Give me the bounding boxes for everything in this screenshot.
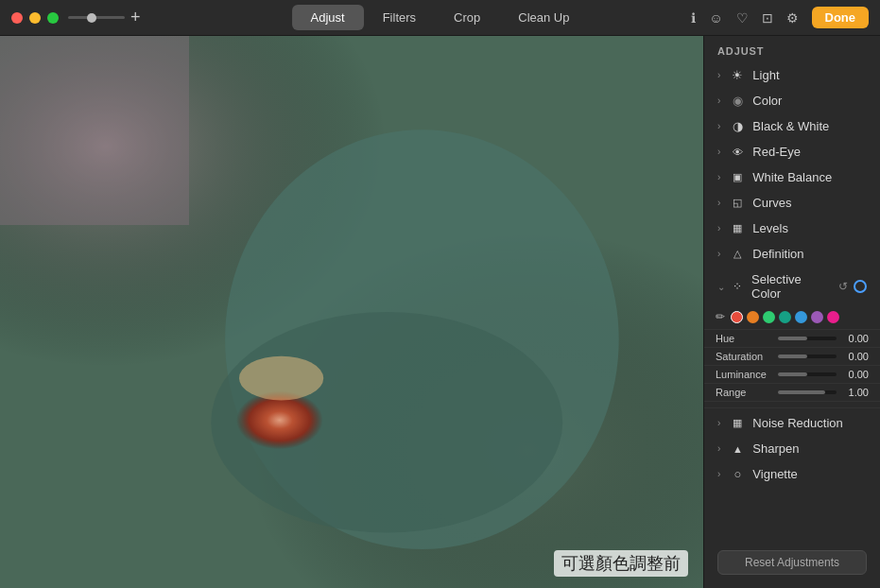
chevron-icon: ›	[717, 198, 720, 208]
selective-color-section: ⌄ ⁘ Selective Color ↺ ✏	[704, 267, 880, 406]
saturation-slider[interactable]	[778, 351, 837, 362]
item-label-curves: Curves	[752, 196, 867, 210]
adjust-item-vignette[interactable]: › ○ Vignette	[704, 461, 880, 487]
color-dot-pink[interactable]	[827, 311, 839, 323]
sc-toggle[interactable]	[854, 280, 867, 293]
sharpen-icon: ▲	[730, 443, 745, 455]
chevron-icon: ›	[717, 223, 720, 233]
selective-color-header[interactable]: ⌄ ⁘ Selective Color ↺	[704, 267, 880, 306]
main-area: 可選顏色調整前 ADJUST › ☀ Light › ◉ Color › ◑ B…	[0, 36, 880, 588]
close-button[interactable]	[11, 12, 23, 24]
color-dot-green[interactable]	[763, 311, 775, 323]
done-button[interactable]: Done	[812, 7, 870, 28]
saturation-value: 0.00	[840, 351, 869, 362]
share-icon[interactable]: ⊡	[762, 10, 773, 26]
adjust-item-wb[interactable]: › ▣ White Balance	[704, 164, 880, 190]
color-icon: ◉	[730, 94, 745, 108]
curves-icon: ◱	[730, 197, 745, 209]
right-panel: ADJUST › ☀ Light › ◉ Color › ◑ Black & W…	[703, 36, 880, 588]
chevron-icon: ›	[717, 147, 720, 157]
adjust-item-definition[interactable]: › △ Definition	[704, 241, 880, 267]
svg-rect-1	[0, 36, 703, 588]
sc-controls: ↺	[838, 280, 867, 293]
item-label-bw: Black & White	[752, 119, 867, 133]
adjust-item-color[interactable]: › ◉ Color	[704, 88, 880, 113]
svg-rect-3	[0, 36, 189, 225]
emoji-icon[interactable]: ☺	[709, 10, 722, 26]
color-dot-teal[interactable]	[779, 311, 791, 323]
photo-image	[0, 36, 703, 588]
selective-color-label: Selective Color	[751, 272, 831, 301]
luminance-fill	[778, 372, 807, 376]
wb-icon: ▣	[730, 171, 745, 183]
chevron-icon: ›	[717, 418, 720, 428]
sc-icon: ⁘	[733, 280, 742, 293]
adjust-item-sharpen[interactable]: › ▲ Sharpen	[704, 436, 880, 461]
vignette-icon: ○	[730, 467, 745, 481]
adjust-item-bw[interactable]: › ◑ Black & White	[704, 113, 880, 139]
bottom-label: 可選顏色調整前	[554, 550, 688, 577]
item-label-redeye: Red-Eye	[752, 145, 867, 159]
heart-icon[interactable]: ♡	[736, 10, 749, 26]
nav-tabs: Adjust Filters Crop Clean Up	[292, 5, 589, 30]
color-dot-blue[interactable]	[795, 311, 807, 323]
color-dot-red[interactable]	[731, 311, 743, 323]
titlebar: + Adjust Filters Crop Clean Up ℹ ☺ ♡ ⊡ ⚙…	[0, 0, 880, 36]
svg-rect-2	[0, 36, 703, 588]
item-label-levels: Levels	[752, 221, 867, 235]
tab-crop[interactable]: Crop	[435, 5, 499, 30]
sc-reset-icon[interactable]: ↺	[838, 280, 848, 293]
light-icon: ☀	[730, 68, 745, 82]
color-dots-row: ✏	[704, 306, 880, 329]
svg-point-5	[211, 312, 562, 533]
svg-rect-0	[0, 36, 703, 588]
tab-adjust[interactable]: Adjust	[292, 5, 364, 30]
item-label-color: Color	[752, 94, 867, 108]
zoom-track[interactable]	[68, 16, 125, 19]
adjust-item-curves[interactable]: › ◱ Curves	[704, 190, 880, 216]
adjust-item-redeye[interactable]: › 👁 Red-Eye	[704, 139, 880, 164]
tab-cleanup[interactable]: Clean Up	[499, 5, 588, 30]
hue-track	[778, 337, 837, 340]
svg-point-4	[225, 130, 619, 549]
minimize-button[interactable]	[29, 12, 41, 24]
saturation-slider-row[interactable]: Saturation 0.00	[704, 348, 880, 366]
gear-icon[interactable]: ⚙	[786, 10, 799, 26]
hue-label: Hue	[716, 333, 774, 344]
item-label-sharpen: Sharpen	[752, 441, 867, 456]
reset-button[interactable]: Reset Adjustments	[717, 550, 867, 575]
hue-value: 0.00	[840, 333, 869, 344]
zoom-thumb[interactable]	[87, 13, 96, 23]
chevron-icon: ›	[717, 443, 720, 454]
adjust-item-noise[interactable]: › ▦ Noise Reduction	[704, 410, 880, 436]
range-slider[interactable]	[778, 387, 837, 398]
add-button[interactable]: +	[130, 8, 141, 27]
info-icon[interactable]: ℹ	[691, 10, 696, 26]
luminance-slider[interactable]	[778, 369, 837, 380]
chevron-icon: ›	[717, 70, 720, 80]
chevron-down-icon: ⌄	[717, 282, 725, 292]
item-label-vignette: Vignette	[752, 467, 867, 481]
luminance-slider-row[interactable]: Luminance 0.00	[704, 366, 880, 384]
chevron-icon: ›	[717, 469, 720, 479]
sc-sliders: Hue 0.00 Saturation	[704, 329, 880, 406]
divider	[704, 407, 880, 408]
color-dot-purple[interactable]	[811, 311, 823, 323]
luminance-label: Luminance	[716, 369, 774, 380]
tab-filters[interactable]: Filters	[364, 5, 435, 30]
saturation-track	[778, 355, 837, 358]
chevron-icon: ›	[717, 172, 720, 182]
zoom-slider-area[interactable]	[68, 16, 125, 19]
range-slider-row[interactable]: Range 1.00	[704, 384, 880, 402]
saturation-label: Saturation	[716, 351, 774, 362]
hue-slider[interactable]	[778, 333, 837, 344]
color-dot-orange[interactable]	[747, 311, 759, 323]
item-label-wb: White Balance	[752, 170, 867, 184]
chevron-icon: ›	[717, 249, 720, 259]
adjust-item-levels[interactable]: › ▦ Levels	[704, 216, 880, 241]
hue-slider-row[interactable]: Hue 0.00	[704, 329, 880, 348]
adjust-item-light[interactable]: › ☀ Light	[704, 62, 880, 88]
range-label: Range	[716, 387, 774, 398]
pencil-icon[interactable]: ✏	[716, 310, 725, 323]
maximize-button[interactable]	[47, 12, 59, 24]
